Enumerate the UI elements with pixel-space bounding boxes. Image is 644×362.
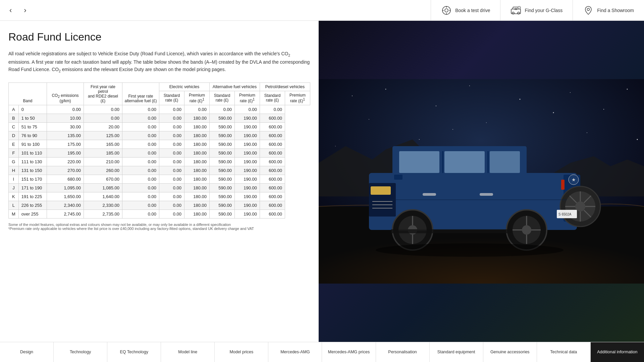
ev-premium-header: Premiumrate (£)1	[184, 91, 210, 105]
table-row: G111 to 130220.00210.000.000.00180.00590…	[9, 157, 310, 166]
footnote-1: Some of the model features, optional ext…	[8, 223, 310, 227]
alt-premium-header: Premiumrate (£)1	[235, 91, 260, 105]
svg-point-27	[486, 122, 487, 123]
table-row: I151 to 170680.00670.000.000.00180.00590…	[9, 175, 310, 183]
table-row: E91 to 100175.00165.000.000.00180.00590.…	[9, 140, 310, 148]
find-showroom-label: Find a Showroom	[597, 8, 634, 13]
find-gclass-link[interactable]: ? Find your G-Class	[500, 0, 573, 21]
table-row: F101 to 110195.00185.000.000.00180.00590…	[9, 148, 310, 157]
svg-rect-34	[444, 151, 485, 173]
bottom-nav-item-technical-data[interactable]: Technical data	[537, 342, 591, 362]
svg-rect-35	[490, 151, 520, 173]
nav-arrows: ‹ ›	[0, 3, 36, 17]
next-button[interactable]: ›	[21, 3, 29, 17]
svg-text:★: ★	[572, 177, 576, 182]
svg-point-28	[587, 132, 587, 133]
bottom-nav-item-additional-information[interactable]: Additional information	[591, 342, 644, 362]
prev-button[interactable]: ‹	[7, 3, 14, 17]
svg-point-12	[587, 8, 590, 10]
svg-point-1	[445, 9, 448, 12]
svg-point-79	[376, 243, 564, 257]
left-section: Road Fund Licence All road vehicle regis…	[0, 21, 319, 342]
co2-header: CO2 emissions(g/km)	[47, 82, 84, 105]
bottom-nav-items: DesignTechnologyEQ TechnologyModel lineM…	[0, 342, 644, 362]
svg-point-14	[352, 96, 353, 96]
bottom-nav-item-technology[interactable]: Technology	[54, 342, 107, 362]
svg-rect-69	[423, 193, 436, 196]
car-image: S 6502A ★	[319, 21, 644, 342]
footnote-2: ¹Premium rate only applicable to vehicle…	[8, 227, 310, 231]
table-row: K191 to 2251,650.001,640.000.000.00180.0…	[9, 192, 310, 201]
band-header: Band	[9, 82, 47, 105]
table-row: D76 to 90135.00125.000.000.00180.00590.0…	[9, 131, 310, 140]
top-navigation: ‹ › Book a test drive	[0, 0, 644, 21]
book-test-drive-label: Book a test drive	[455, 8, 490, 13]
svg-point-19	[570, 92, 571, 93]
svg-point-21	[627, 89, 628, 90]
first-year-alt-header: First year ratealternative fuel (£)	[122, 82, 159, 105]
test-drive-icon	[441, 5, 452, 16]
svg-point-29	[637, 139, 638, 140]
bottom-nav-item-design[interactable]: Design	[0, 342, 54, 362]
svg-rect-70	[480, 193, 493, 196]
find-gclass-label: Find your G-Class	[525, 8, 562, 13]
svg-rect-71	[394, 175, 402, 180]
table-row: B1 to 5010.000.000.000.00180.00590.00190…	[9, 114, 310, 122]
table-row: J171 to 1901,095.001,085.000.000.00180.0…	[9, 183, 310, 192]
content-area: Road Fund Licence All road vehicle regis…	[0, 21, 644, 342]
petrol-standard-header: Standardrate (£)	[260, 91, 285, 105]
bottom-nav-item-personalisation[interactable]: Personalisation	[376, 342, 430, 362]
bottom-nav-item-standard-equipment[interactable]: Standard equipment	[430, 342, 483, 362]
main-content: Road Fund Licence All road vehicle regis…	[0, 0, 644, 362]
svg-point-23	[452, 129, 453, 130]
car-image-section: S 6502A ★	[319, 21, 644, 342]
page-title: Road Fund Licence	[8, 31, 310, 43]
svg-point-20	[603, 109, 604, 110]
road-fund-table: Band CO2 emissions(g/km) First year rate…	[8, 82, 310, 219]
svg-point-15	[385, 89, 386, 90]
petrol-premium-header: Premiumrate (£)1	[285, 91, 310, 105]
svg-point-18	[520, 99, 521, 100]
svg-point-22	[369, 119, 369, 120]
table-row: L226 to 2552,340.002,330.000.000.00180.0…	[9, 201, 310, 209]
svg-rect-39	[371, 186, 391, 195]
table-row: Mover 2552,745.002,735.000.000.00180.005…	[9, 209, 310, 218]
first-year-petrol-header: First year rate petroland RDE2 diesel (£…	[84, 82, 122, 105]
svg-rect-76	[561, 180, 565, 190]
electric-vehicles-header: Electric vehicles	[159, 82, 210, 91]
petrol-diesel-vehicles-header: Petrol/diesel vehicles	[260, 82, 310, 91]
svg-text:?: ?	[519, 7, 520, 9]
table-row: C51 to 7530.0020.000.000.00180.00590.001…	[9, 122, 310, 131]
svg-point-17	[469, 85, 470, 86]
svg-point-24	[553, 112, 554, 113]
tax-table-wrapper: Band CO2 emissions(g/km) First year rate…	[8, 82, 310, 219]
car-svg: S 6502A ★	[319, 21, 644, 342]
svg-point-25	[335, 146, 336, 146]
bottom-navigation: DesignTechnologyEQ TechnologyModel lineM…	[0, 342, 644, 362]
svg-rect-78	[391, 229, 512, 233]
bottom-nav-item-model-line[interactable]: Model line	[161, 342, 215, 362]
ev-standard-header: Standardrate (£)	[159, 91, 184, 105]
svg-point-26	[419, 139, 420, 140]
svg-rect-33	[399, 151, 439, 173]
bottom-nav-item-model-prices[interactable]: Model prices	[215, 342, 268, 362]
bottom-nav-item-mercedes-amg-prices[interactable]: Mercedes-AMG prices	[322, 342, 376, 362]
nav-actions: Book a test drive ? Find your G-Class	[431, 0, 644, 21]
svg-point-16	[436, 106, 436, 106]
alt-fuel-vehicles-header: Alternative fuel vehicles	[210, 82, 260, 91]
bottom-nav-item-mercedes-amg[interactable]: Mercedes-AMG	[268, 342, 322, 362]
table-row: A00.000.000.000.000.000.000.000.00	[9, 105, 310, 114]
svg-point-46	[575, 201, 585, 212]
bottom-nav-item-eq-technology[interactable]: EQ Technology	[107, 342, 161, 362]
footnotes: Some of the model features, optional ext…	[8, 223, 310, 231]
description: All road vehicle registrations are subje…	[8, 50, 310, 74]
find-gclass-icon: ?	[511, 5, 521, 16]
svg-text:S 6502A: S 6502A	[558, 213, 572, 216]
find-showroom-icon	[583, 5, 594, 16]
book-test-drive-link[interactable]: Book a test drive	[431, 0, 500, 21]
alt-standard-header: Standardrate (£)	[210, 91, 235, 105]
bottom-nav-item-genuine-accessories[interactable]: Genuine accessories	[483, 342, 537, 362]
table-row: H131 to 150270.00260.000.000.00180.00590…	[9, 166, 310, 175]
find-showroom-link[interactable]: Find a Showroom	[573, 0, 644, 21]
svg-point-64	[522, 225, 531, 235]
